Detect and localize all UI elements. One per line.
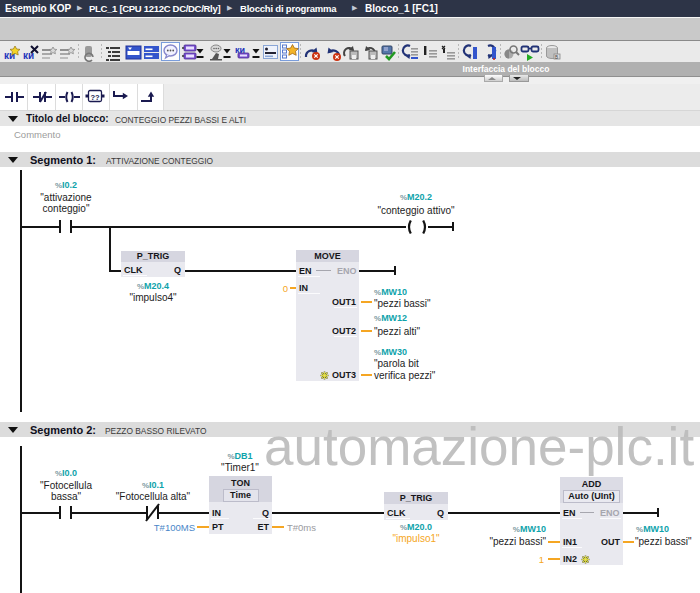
svg-text:??: ?? (90, 93, 100, 102)
svg-text:B: B (555, 55, 558, 60)
